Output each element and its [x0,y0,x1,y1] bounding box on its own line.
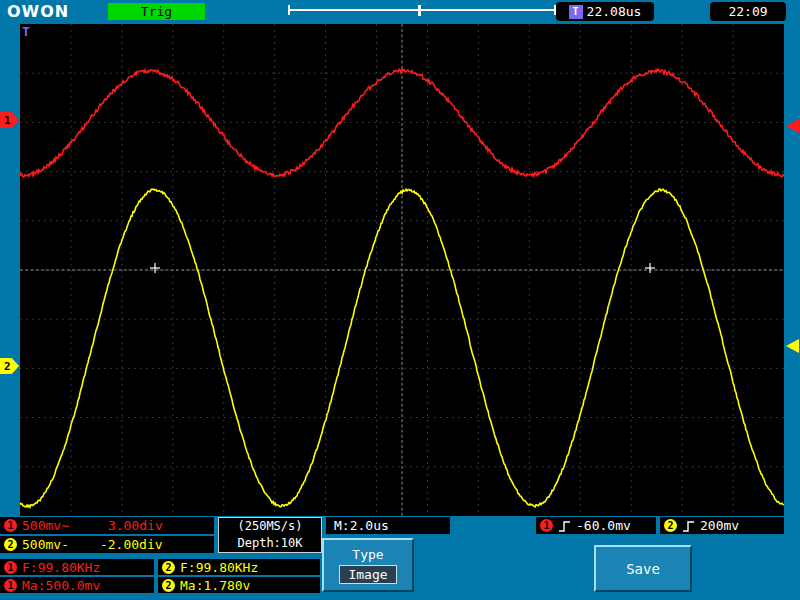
ch1-frequency-strip: 1 F:99.80KHz [0,559,154,575]
ch2-badge: 2 [162,579,175,592]
ch2-trigger-level-arrow[interactable] [786,339,799,353]
ch1-amplitude-strip: 1 Ma:500.0mv [0,577,154,593]
acquisition-box: (250MS/s) Depth:10K [218,517,322,553]
ch2-frequency-strip: 2 F:99.80KHz [158,559,320,575]
trig-status-button[interactable]: Trig [108,3,205,20]
ch1-volts-per-div: 500mv~ [22,518,69,533]
timebase-value: M:2.0us [334,518,389,533]
ch1-badge: 1 [4,561,17,574]
ch1-position-label: 1 [4,114,11,127]
clock-box: 22:09 [710,2,786,21]
ch2-volts-per-div: 500mv- [22,537,69,552]
save-button[interactable]: Save [594,545,692,592]
hpos-trigger-marker[interactable] [418,5,421,16]
trigger1-strip: 1 -60.0mv [536,517,656,534]
ch2-amplitude-value: Ma:1.780v [180,578,250,593]
type-menu-button[interactable]: Type Image [322,538,414,592]
trigger-delay-box: T 22.08us [556,2,654,21]
top-bar: OWON Trig T 22.08us 22:09 [0,0,800,24]
ch2-badge: 2 [4,538,17,551]
trigger2-level-value: 200mv [700,518,739,533]
ch1-trigger-level-arrow[interactable] [786,119,799,133]
oscilloscope-screen: { "colors": { "background": "#0077a8", "… [0,0,800,600]
type-menu-value[interactable]: Image [339,565,396,584]
ch1-position-marker[interactable]: 1 [0,112,19,128]
ch1-badge: 1 [4,519,17,532]
ch1-scale-strip: 1 500mv~ 3.00div [0,517,214,534]
hpos-left-tick [288,5,290,15]
t-trigger-icon: T [569,5,583,19]
trigger1-badge: 1 [540,519,553,532]
type-menu-label: Type [352,547,383,562]
ch2-position-label: 2 [4,360,11,373]
memory-depth-value: Depth:10K [237,535,302,552]
ch2-vertical-position: -2.00div [100,537,163,552]
trig-status-label: Trig [141,4,172,19]
ch1-frequency-value: F:99.80KHz [22,560,100,575]
trigger2-badge: 2 [664,519,677,532]
clock-value: 22:09 [728,4,767,19]
trigger-delay-value: 22.08us [587,4,642,19]
ch2-frequency-value: F:99.80KHz [180,560,258,575]
waveform-layer [20,24,784,516]
save-button-label: Save [626,561,660,577]
timebase-strip: M:2.0us [326,517,450,534]
trigger-time-marker: T [22,24,30,39]
trigger2-strip: 2 200mv [660,517,784,534]
ch2-scale-strip: 2 500mv- -2.00div [0,536,214,553]
brand-logo: OWON [7,2,69,21]
ch2-position-marker[interactable]: 2 [0,358,19,374]
ch2-badge: 2 [162,561,175,574]
sample-rate-value: (250MS/s) [237,518,302,535]
ch1-amplitude-value: Ma:500.0mv [22,578,100,593]
rising-edge-icon [682,519,695,533]
hpos-indicator-bar[interactable] [288,5,556,17]
scope-display: T [20,24,784,516]
ch2-amplitude-strip: 2 Ma:1.780v [158,577,320,593]
rising-edge-icon [558,519,571,533]
ch1-badge: 1 [4,579,17,592]
ch1-vertical-position: 3.00div [108,518,163,533]
trigger1-level-value: -60.0mv [576,518,631,533]
